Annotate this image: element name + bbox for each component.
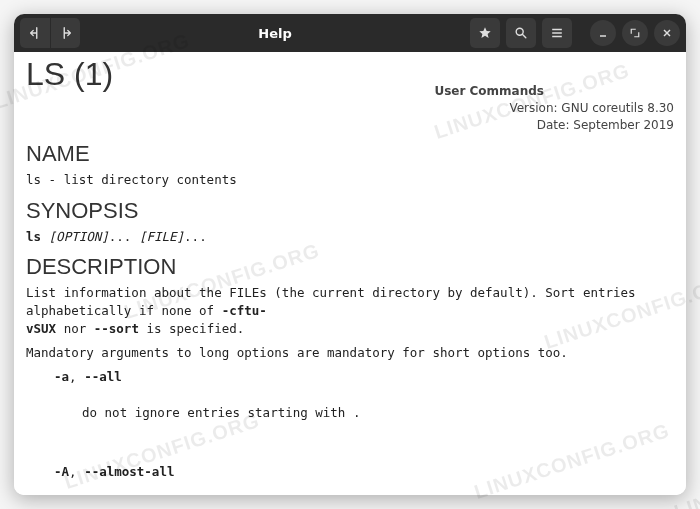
maximize-button[interactable]: [622, 20, 648, 46]
desc-p1d: nor: [56, 321, 94, 336]
desc-p1b: -cftu-: [222, 303, 267, 318]
synopsis-mid: ...: [109, 229, 139, 244]
name-text: ls - list directory contents: [26, 171, 674, 189]
section-synopsis-heading: SYNOPSIS: [26, 198, 674, 224]
manpage-header-right: User Commands Version: GNU coreutils 8.3…: [26, 83, 674, 133]
description-p2: Mandatory arguments to long options are …: [26, 344, 674, 362]
date-label: Date: September 2019: [537, 118, 674, 132]
option-A: -A, --almost-all do not list implied . a…: [54, 463, 674, 495]
opt-a-sep: ,: [69, 369, 84, 384]
desc-p1a: List information about the FILEs (the cu…: [26, 285, 643, 318]
synopsis-option: [OPTION]: [49, 229, 109, 244]
star-icon: [478, 26, 492, 40]
manual-category: User Commands: [434, 83, 544, 100]
desc-p1f: is specified.: [139, 321, 244, 336]
opt-A-flag: -A: [54, 464, 69, 479]
right-controls: [470, 18, 680, 48]
version-label: Version: GNU coreutils 8.30: [509, 101, 674, 115]
search-icon: [514, 26, 528, 40]
opt-A-long: --almost-all: [84, 464, 174, 479]
desc-p1c: vSUX: [26, 321, 56, 336]
bookmark-button[interactable]: [470, 18, 500, 48]
description-p1: List information about the FILEs (the cu…: [26, 284, 674, 338]
opt-A-sep: ,: [69, 464, 84, 479]
maximize-icon: [629, 27, 641, 39]
synopsis-file: [FILE]: [139, 229, 184, 244]
option-a: -a, --all do not ignore entries starting…: [54, 368, 674, 459]
titlebar: Help: [14, 14, 686, 52]
desc-p1e: --sort: [94, 321, 139, 336]
opt-a-desc: do not ignore entries starting with .: [82, 404, 674, 422]
synopsis-cmd: ls: [26, 229, 41, 244]
close-button[interactable]: [654, 20, 680, 46]
window-title: Help: [84, 26, 466, 41]
synopsis-tail: ...: [184, 229, 207, 244]
close-icon: [661, 27, 673, 39]
nav-group: [20, 18, 80, 48]
app-window: Help LS (1) User Comm: [14, 14, 686, 495]
synopsis-line: ls [OPTION]... [FILE]...: [26, 228, 674, 246]
opt-a-flag: -a: [54, 369, 69, 384]
hamburger-icon: [550, 26, 564, 40]
arrow-right-icon: [59, 26, 73, 40]
back-button[interactable]: [20, 18, 50, 48]
minimize-icon: [597, 27, 609, 39]
section-description-heading: DESCRIPTION: [26, 254, 674, 280]
arrow-left-icon: [28, 26, 42, 40]
content-area: LS (1) User Commands Version: GNU coreut…: [14, 52, 686, 495]
svg-line-1: [522, 34, 526, 38]
opt-a-long: --all: [84, 369, 122, 384]
section-name-heading: NAME: [26, 141, 674, 167]
menu-button[interactable]: [542, 18, 572, 48]
search-button[interactable]: [506, 18, 536, 48]
forward-button[interactable]: [50, 18, 80, 48]
minimize-button[interactable]: [590, 20, 616, 46]
